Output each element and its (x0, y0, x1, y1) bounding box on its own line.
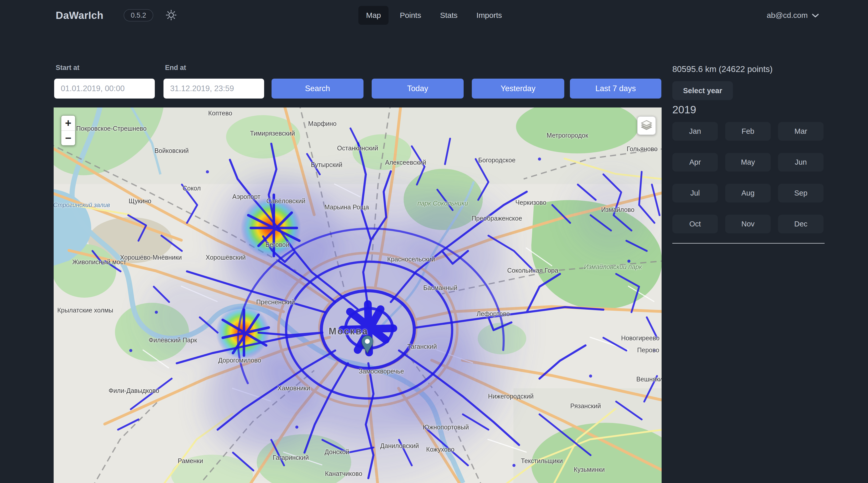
layers-icon (641, 119, 653, 132)
month-oct-button[interactable]: Oct (672, 215, 718, 233)
account-menu[interactable]: ab@cd.com (767, 0, 819, 31)
tab-map[interactable]: Map (359, 6, 389, 25)
month-nov-button[interactable]: Nov (725, 215, 771, 233)
zoom-in-button[interactable]: + (61, 116, 75, 130)
end-at-input[interactable] (163, 78, 264, 99)
select-year-button[interactable]: Select year (672, 81, 733, 100)
month-apr-button[interactable]: Apr (672, 153, 718, 171)
search-button[interactable]: Search (272, 78, 364, 99)
map-marker-pin[interactable] (361, 335, 374, 355)
app-logo[interactable]: DaWarIch (56, 0, 103, 31)
today-button[interactable]: Today (372, 78, 464, 99)
map[interactable]: Покровское-СтрешневоКоптевоТимирязевский… (54, 107, 661, 483)
month-aug-button[interactable]: Aug (725, 184, 771, 202)
start-at-label: Start at (56, 64, 80, 72)
nav-tabs: MapPointsStatsImports (359, 0, 509, 31)
theme-toggle-button[interactable] (165, 9, 177, 22)
month-dec-button[interactable]: Dec (778, 215, 824, 233)
tab-stats[interactable]: Stats (432, 6, 465, 25)
chevron-down-icon (812, 11, 819, 20)
year-heading: 2019 (672, 104, 696, 116)
month-feb-button[interactable]: Feb (725, 122, 771, 141)
map-layers-control[interactable] (637, 116, 656, 135)
month-mar-button[interactable]: Mar (778, 122, 824, 141)
map-zoom-control: + − (61, 115, 75, 146)
zoom-out-button[interactable]: − (61, 130, 75, 145)
month-may-button[interactable]: May (725, 153, 771, 171)
month-sep-button[interactable]: Sep (778, 184, 824, 202)
month-jul-button[interactable]: Jul (672, 184, 718, 202)
version-badge: 0.5.2 (124, 9, 153, 22)
distance-stats: 80595.6 km (24622 points) (672, 64, 773, 74)
start-at-input[interactable] (54, 78, 155, 99)
months-grid: JanFebMarAprMayJunJulAugSepOctNovDec (672, 122, 824, 233)
account-email: ab@cd.com (767, 11, 808, 20)
yesterday-button[interactable]: Yesterday (472, 78, 564, 99)
map-tiles (54, 107, 661, 483)
sun-icon (165, 18, 177, 22)
last-7-days-button[interactable]: Last 7 days (570, 78, 661, 99)
tab-imports[interactable]: Imports (469, 6, 509, 25)
month-jan-button[interactable]: Jan (672, 122, 718, 141)
sidebar-divider (672, 243, 825, 244)
tab-points[interactable]: Points (392, 6, 429, 25)
end-at-label: End at (165, 64, 186, 72)
month-jun-button[interactable]: Jun (778, 153, 824, 171)
